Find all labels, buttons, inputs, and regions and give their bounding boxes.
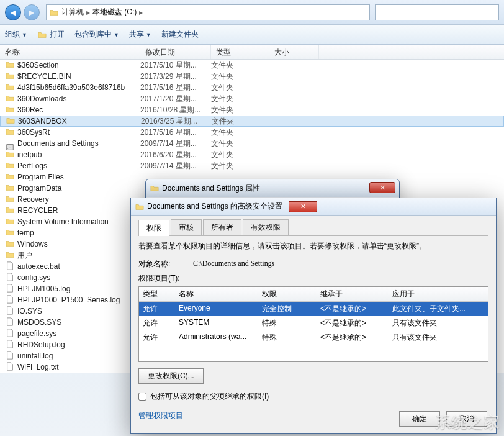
- folder-icon: [5, 161, 17, 171]
- file-name: pagefile.sys: [17, 329, 56, 338]
- permission-row[interactable]: 允许Everyone完全控制<不是继承的>此文件夹、子文件夹...: [139, 302, 488, 316]
- folder-icon: [5, 239, 17, 250]
- breadcrumb[interactable]: 计算机 ▸ 本地磁盘 (C:) ▸: [46, 4, 370, 20]
- breadcrumb-root: 计算机: [61, 7, 84, 17]
- watermark: 系统之家: [436, 412, 500, 432]
- tab-effective[interactable]: 有效权限: [243, 219, 289, 235]
- chevron-down-icon: ▼: [146, 32, 151, 38]
- file-type: 文件夹: [212, 116, 270, 127]
- file-type: 文件夹: [211, 71, 269, 82]
- file-row[interactable]: 360Downloads2017/1/20 星期...文件夹: [0, 93, 504, 104]
- file-icon: [5, 284, 17, 294]
- permission-list[interactable]: 类型 名称 权限 继承于 应用于 允许Everyone完全控制<不是继承的>此文…: [138, 286, 488, 362]
- file-name: 360SANDBOX: [18, 117, 67, 125]
- file-type: 文件夹: [211, 94, 269, 104]
- dialog-titlebar[interactable]: Documents and Settings 属性: [146, 179, 399, 197]
- file-name: Documents and Settings: [17, 139, 99, 148]
- change-permissions-button[interactable]: 更改权限(C)...: [138, 368, 204, 384]
- manage-permissions-link[interactable]: 管理权限项目: [138, 411, 183, 421]
- file-name: Recovery: [17, 195, 49, 204]
- file-date: 2017/5/16 星期...: [140, 127, 211, 138]
- col-date[interactable]: 修改日期: [140, 45, 211, 59]
- file-name: unintall.log: [17, 352, 53, 360]
- drive-icon: [49, 8, 59, 17]
- file-name: temp: [17, 229, 34, 237]
- file-row[interactable]: Documents and Settings2009/7/14 星期...文件夹: [0, 138, 504, 149]
- dialog-title: Documents and Settings 的高级安全设置: [147, 201, 282, 212]
- file-name: Windows: [17, 240, 48, 248]
- folder-lock-icon: [5, 194, 17, 205]
- ok-button[interactable]: 确定: [399, 411, 440, 427]
- permission-row[interactable]: 允许Administrators (wa...特殊<不是继承的>只有该文件夹: [139, 330, 488, 345]
- folder-icon: [5, 94, 17, 104]
- close-button[interactable]: ✕: [369, 182, 395, 193]
- close-button[interactable]: ✕: [289, 201, 317, 212]
- file-row[interactable]: $RECYCLE.BIN2017/3/29 星期...文件夹: [0, 71, 504, 82]
- folder-icon: [150, 184, 160, 193]
- file-name: autoexec.bat: [17, 262, 60, 271]
- chevron-down-icon: ▼: [114, 32, 119, 38]
- search-input[interactable]: [375, 4, 499, 20]
- tab-owner[interactable]: 所有者: [203, 219, 241, 235]
- share-menu[interactable]: 共享▼: [129, 29, 151, 40]
- new-folder-button[interactable]: 新建文件夹: [161, 29, 199, 40]
- col-name[interactable]: 名称: [0, 45, 140, 59]
- tab-permissions[interactable]: 权限: [138, 220, 169, 236]
- file-row[interactable]: 4d3f15b65d6ffa39a503e6f8716b2017/5/16 星期…: [0, 82, 504, 93]
- permission-row[interactable]: 允许SYSTEM特殊<不是继承的>只有该文件夹: [139, 316, 488, 330]
- folder-icon: [5, 250, 17, 261]
- file-name: HPLJP1000_P1500_Series.log: [17, 296, 120, 304]
- file-row[interactable]: 360Rec2016/10/28 星期...文件夹: [0, 104, 504, 116]
- file-type: 文件夹: [211, 150, 269, 160]
- file-row[interactable]: PerfLogs2009/7/14 星期...文件夹: [0, 160, 504, 171]
- description-text: 若要查看某个权限项目的详细信息，请双击该项目。若要修改权限，请单击“更改权限”。: [138, 241, 488, 252]
- folder-lock-icon: [5, 83, 17, 93]
- file-name: PerfLogs: [17, 161, 47, 170]
- file-type: 文件夹: [211, 139, 269, 149]
- folder-icon: [5, 71, 17, 82]
- folder-icon: [5, 60, 17, 71]
- file-icon: [5, 351, 17, 361]
- file-name: WiFi_Log.txt: [17, 363, 59, 371]
- folder-icon: [5, 105, 17, 116]
- file-name: ProgramData: [17, 184, 61, 193]
- chevron-down-icon: ▼: [22, 32, 27, 38]
- inherit-checkbox[interactable]: [138, 393, 146, 401]
- file-row[interactable]: $360Section2017/5/10 星期...文件夹: [0, 60, 504, 71]
- dialog-titlebar[interactable]: Documents and Settings 的高级安全设置 ✕: [131, 198, 496, 216]
- object-name-value: C:\Documents and Settings: [193, 259, 274, 270]
- col-type[interactable]: 类型: [211, 45, 269, 59]
- file-icon: [5, 362, 17, 373]
- file-icon: [5, 306, 17, 317]
- file-icon: [5, 340, 17, 350]
- file-name: System Volume Information: [17, 217, 109, 226]
- file-name: MSDOS.SYS: [17, 318, 61, 327]
- include-in-library-menu[interactable]: 包含到库中▼: [74, 29, 119, 40]
- file-type: 文件夹: [211, 105, 269, 116]
- folder-icon: [6, 116, 18, 127]
- file-icon: [5, 317, 17, 328]
- file-date: 2017/5/10 星期...: [140, 60, 211, 71]
- file-name: config.sys: [17, 273, 50, 282]
- col-size[interactable]: 大小: [269, 45, 319, 59]
- folder-icon: [5, 183, 17, 194]
- folder-icon: [5, 172, 17, 183]
- file-type: 文件夹: [211, 161, 269, 171]
- tab-audit[interactable]: 审核: [171, 219, 202, 235]
- file-icon: [5, 295, 17, 306]
- file-type: 文件夹: [211, 83, 269, 93]
- nav-forward-button[interactable]: ►: [24, 4, 40, 20]
- file-name: RHDSetup.log: [17, 340, 65, 349]
- nav-back-button[interactable]: ◄: [5, 4, 21, 20]
- file-row[interactable]: inetpub2016/6/20 星期...文件夹: [0, 149, 504, 160]
- file-name: $RECYCLE.BIN: [17, 72, 71, 81]
- file-date: 2017/1/20 星期...: [140, 94, 211, 104]
- open-button[interactable]: 打开: [37, 29, 65, 40]
- file-row[interactable]: 360SANDBOX2016/3/25 星期...文件夹: [0, 116, 504, 127]
- file-date: 2009/7/14 星期...: [140, 161, 211, 171]
- tab-strip: 权限 审核 所有者 有效权限: [138, 219, 488, 236]
- object-name-label: 对象名称:: [138, 259, 193, 270]
- file-name: IO.SYS: [17, 307, 42, 316]
- file-type: 文件夹: [211, 60, 269, 71]
- organize-menu[interactable]: 组织▼: [5, 29, 27, 40]
